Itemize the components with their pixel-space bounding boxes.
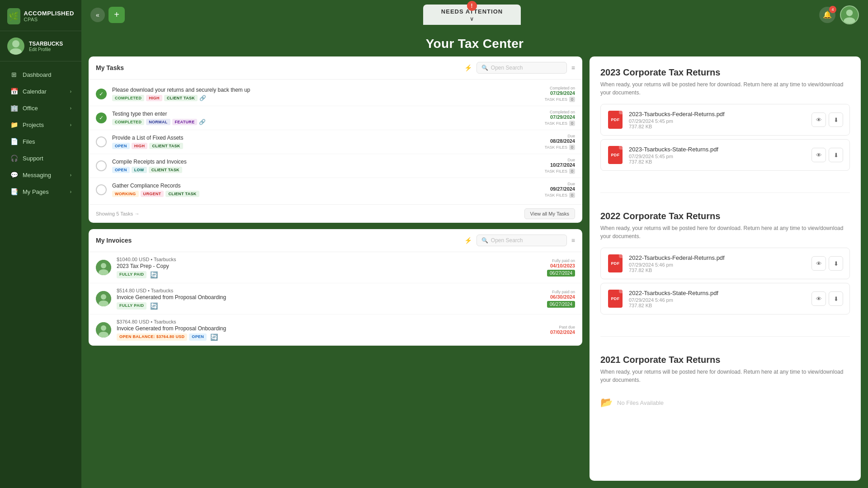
mypages-icon: 📑 <box>10 188 18 195</box>
sidebar-item-dashboard[interactable]: ⊞ Dashboard <box>3 66 79 83</box>
download-pdf-button[interactable]: ⬇ <box>829 291 843 306</box>
task-row[interactable]: Provide a List of Fixed Assets OPEN HIGH… <box>89 130 582 154</box>
edit-profile-link[interactable]: Edit Profile <box>29 47 63 52</box>
pdf-item: PDF 2023-Tsarbucks-Federal-Returns.pdf 0… <box>600 104 850 136</box>
invoice-name: Invoice Generated from Proposal Onboardi… <box>117 325 545 332</box>
office-icon: 🏢 <box>10 104 18 112</box>
collapse-button[interactable]: « <box>90 8 105 22</box>
task-list: ✓ Please download your returns and secur… <box>89 80 582 204</box>
task-date: 07/29/2024 <box>545 90 575 96</box>
task-files-badge: TASK FILES 0 <box>545 169 575 174</box>
task-tags: OPEN HIGH CLIENT TASK <box>112 143 539 149</box>
files-icon: 📄 <box>10 138 18 145</box>
invoices-filter-button[interactable]: ⚡ <box>464 237 472 244</box>
notification-button[interactable]: 🔔 4 <box>819 7 835 23</box>
task-date-label: Due <box>545 182 575 186</box>
pdf-item: PDF 2022-Tsarbucks-State-Returns.pdf 07/… <box>600 283 850 314</box>
invoices-search-area[interactable]: 🔍 Open Search <box>476 235 567 246</box>
task-link-icon: 🔗 <box>199 95 206 101</box>
task-files-count: 0 <box>569 97 575 102</box>
task-row[interactable]: ✓ Please download your returns and secur… <box>89 82 582 106</box>
tax-section-desc: When ready, your returns will be posted … <box>600 368 850 384</box>
task-check-completed: ✓ <box>96 89 107 99</box>
tag-open: OPEN <box>189 333 207 341</box>
task-date-label: Completed on <box>545 86 575 90</box>
task-meta: Due 09/27/2024 TASK FILES 0 <box>545 182 575 198</box>
view-pdf-button[interactable]: 👁 <box>811 291 826 306</box>
tax-section-desc: When ready, your returns will be posted … <box>600 224 850 240</box>
task-tags: COMPLETED HIGH CLIENT TASK 🔗 <box>112 95 539 101</box>
sidebar-item-calendar[interactable]: 📅 Calendar › <box>3 83 79 99</box>
invoice-date: 06/30/2024 <box>547 294 575 300</box>
view-all-tasks-button[interactable]: View all My Tasks <box>524 208 575 219</box>
invoice-row[interactable]: $1040.00 USD • Tsarbucks 2023 Tax Prep -… <box>89 252 582 283</box>
task-date: 10/27/2024 <box>545 162 575 168</box>
pdf-actions: 👁 ⬇ <box>811 256 843 271</box>
topbar-right: 🔔 4 <box>819 5 859 24</box>
task-row[interactable]: ✓ Testing type then enter COMPLETED NORM… <box>89 106 582 130</box>
tag-fully-paid: FULLY PAID <box>117 271 146 278</box>
task-name: Provide a List of Fixed Assets <box>112 135 539 141</box>
sidebar-nav: ⊞ Dashboard 📅 Calendar › 🏢 Office › 📁 Pr… <box>0 61 81 488</box>
topbar: « + ! NEEDS ATTENTION ∨ 🔔 4 <box>81 0 868 29</box>
user-profile-area[interactable]: TSARBUCKS Edit Profile <box>0 31 81 61</box>
topbar-center: ! NEEDS ATTENTION ∨ <box>125 5 819 25</box>
tag-open-balance: OPEN BALANCE: $3764.80 USD <box>117 333 187 341</box>
task-row[interactable]: Gather Compliance Records WORKING URGENT… <box>89 178 582 202</box>
task-tags: WORKING URGENT CLIENT TASK <box>112 191 539 197</box>
page-title: Your Tax Center <box>81 29 868 56</box>
topbar-actions: « + <box>90 7 125 23</box>
invoice-meta: Fully paid on 06/30/2024 06/27/2024 <box>547 290 575 308</box>
task-row[interactable]: Compile Receipts and Invoices OPEN LOW C… <box>89 154 582 178</box>
add-button[interactable]: + <box>108 7 125 23</box>
tasks-filter-button[interactable]: ⚡ <box>464 64 472 71</box>
invoice-row[interactable]: $3764.80 USD • Tsarbucks Invoice Generat… <box>89 314 582 346</box>
sidebar-item-projects[interactable]: 📁 Projects › <box>3 117 79 133</box>
sidebar-item-messaging[interactable]: 💬 Messaging › <box>3 167 79 183</box>
task-files-badge: TASK FILES 0 <box>545 145 575 150</box>
invoice-tags: OPEN BALANCE: $3764.80 USD OPEN 🔄 <box>117 333 545 341</box>
task-files-count: 0 <box>569 192 575 198</box>
tasks-search-placeholder: Open Search <box>491 65 523 71</box>
pdf-meta: 07/29/2024 5:46 pm 737.82 KB <box>629 297 806 308</box>
invoice-avatar <box>96 260 111 275</box>
task-files-count: 0 <box>569 169 575 174</box>
tasks-search-area[interactable]: 🔍 Open Search <box>476 62 567 74</box>
sidebar-item-office[interactable]: 🏢 Office › <box>3 100 79 116</box>
pdf-details: 2023-Tsarbucks-State-Returns.pdf 07/29/2… <box>629 146 806 164</box>
download-pdf-button[interactable]: ⬇ <box>829 256 843 271</box>
sidebar-item-support[interactable]: 🎧 Support <box>3 150 79 166</box>
task-info: Gather Compliance Records WORKING URGENT… <box>112 183 539 197</box>
view-pdf-button[interactable]: 👁 <box>811 256 826 271</box>
tag-completed: COMPLETED <box>112 119 144 125</box>
support-icon: 🎧 <box>10 155 18 162</box>
download-pdf-button[interactable]: ⬇ <box>829 113 843 127</box>
tag-urgent: URGENT <box>141 191 164 197</box>
invoice-row[interactable]: $514.80 USD • Tsarbucks Invoice Generate… <box>89 283 582 314</box>
right-column: 2023 Corporate Tax Returns When ready, y… <box>590 56 861 481</box>
tax-section-title: 2022 Corporate Tax Returns <box>600 211 850 221</box>
download-pdf-button[interactable]: ⬇ <box>829 148 843 162</box>
task-files-label: TASK FILES <box>545 145 567 150</box>
needs-attention-banner[interactable]: ! NEEDS ATTENTION ∨ <box>423 5 521 25</box>
tag-feature: FEATURE <box>172 119 198 125</box>
pdf-actions: 👁 ⬇ <box>811 113 843 127</box>
tasks-sort-button[interactable]: ≡ <box>571 64 575 71</box>
view-pdf-button[interactable]: 👁 <box>811 148 826 162</box>
task-files-count: 0 <box>569 121 575 126</box>
sidebar-item-label: Files <box>23 138 35 145</box>
invoices-sort-button[interactable]: ≡ <box>571 237 575 244</box>
sidebar-item-files[interactable]: 📄 Files <box>3 133 79 150</box>
calendar-icon: 📅 <box>10 88 18 95</box>
chevron-down-icon: ∨ <box>470 16 474 22</box>
sync-icon: 🔄 <box>150 271 158 278</box>
pdf-file-icon: PDF <box>608 254 623 272</box>
view-pdf-button[interactable]: 👁 <box>811 113 826 127</box>
invoice-amount: $3764.80 USD • Tsarbucks <box>117 319 545 324</box>
svg-point-12 <box>101 325 106 331</box>
tasks-card: My Tasks ⚡ 🔍 Open Search ≡ ✓ Please down… <box>89 56 582 223</box>
profile-button[interactable] <box>840 5 859 24</box>
task-meta: Completed on 07/29/2024 TASK FILES 0 <box>545 86 575 102</box>
tag-open: OPEN <box>112 143 130 149</box>
sidebar-item-mypages[interactable]: 📑 My Pages › <box>3 183 79 200</box>
